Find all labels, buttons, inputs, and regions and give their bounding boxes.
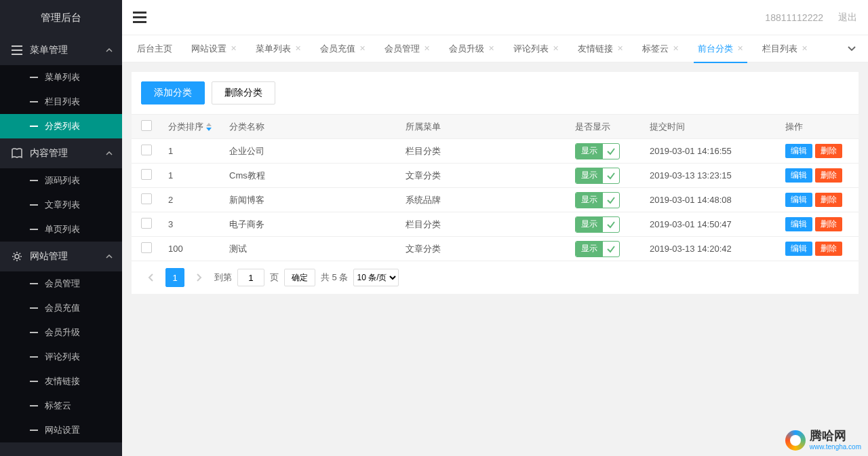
nav-item-label: 网站设置 (45, 424, 80, 436)
close-icon[interactable]: ✕ (424, 44, 430, 53)
svg-rect-4 (133, 12, 146, 14)
tab-8[interactable]: 标签云✕ (633, 35, 688, 62)
cell-sort: 3 (161, 212, 222, 237)
tab-2[interactable]: 菜单列表✕ (246, 35, 311, 62)
close-icon[interactable]: ✕ (359, 44, 366, 53)
nav-item-2-6[interactable]: 网站设置 (0, 418, 122, 442)
tab-label: 会员充值 (320, 43, 355, 55)
nav-item-2-1[interactable]: 会员充值 (0, 296, 122, 320)
visibility-switch[interactable]: 显示 (575, 143, 620, 159)
nav-group-label: 菜单管理 (30, 44, 68, 56)
nav-item-label: 源码列表 (45, 174, 80, 187)
nav-group-1[interactable]: 内容管理 (0, 138, 122, 168)
edit-button[interactable]: 编辑 (785, 168, 812, 183)
next-page-button[interactable] (190, 268, 209, 287)
nav-item-2-4[interactable]: 友情链接 (0, 369, 122, 394)
nav-item-0-0[interactable]: 菜单列表 (0, 65, 122, 90)
page-number-1[interactable]: 1 (165, 268, 184, 287)
dash-icon (30, 430, 38, 431)
close-icon[interactable]: ✕ (231, 44, 237, 53)
edit-button[interactable]: 编辑 (785, 193, 812, 207)
delete-button[interactable]: 删除 (815, 193, 842, 207)
nav-item-0-2[interactable]: 分类列表 (0, 114, 122, 138)
visibility-switch[interactable]: 显示 (575, 241, 620, 257)
tab-9[interactable]: 前台分类✕ (688, 35, 753, 62)
delete-button[interactable]: 删除 (815, 242, 842, 256)
close-icon[interactable]: ✕ (488, 44, 494, 53)
row-checkbox[interactable] (141, 145, 152, 155)
delete-button[interactable]: 删除 (815, 168, 842, 183)
nav-item-1-1[interactable]: 文章列表 (0, 193, 122, 217)
tabs-more-button[interactable] (841, 46, 863, 52)
delete-button[interactable]: 删除 (815, 217, 842, 231)
tab-7[interactable]: 友情链接✕ (568, 35, 633, 62)
hamburger-icon[interactable] (133, 12, 146, 24)
tab-3[interactable]: 会员充值✕ (311, 35, 375, 62)
visibility-switch[interactable]: 显示 (575, 216, 620, 233)
category-table: 分类排序 分类名称 所属菜单 是否显示 提交时间 操作 1 企业公司 栏目分类 … (132, 114, 859, 261)
row-checkbox[interactable] (141, 218, 152, 229)
close-icon[interactable]: ✕ (802, 44, 808, 53)
visibility-switch[interactable]: 显示 (575, 168, 620, 184)
page-size-select[interactable]: 10 条/页 (353, 269, 399, 286)
nav-group-label: 内容管理 (30, 147, 68, 159)
logout-button[interactable]: 退出 (838, 12, 857, 24)
dash-icon (30, 101, 38, 102)
tab-0[interactable]: 后台主页 (127, 35, 182, 62)
tab-4[interactable]: 会员管理✕ (375, 35, 439, 62)
tab-10[interactable]: 栏目列表✕ (753, 35, 817, 62)
close-icon[interactable]: ✕ (553, 44, 559, 53)
delete-category-button[interactable]: 删除分类 (212, 81, 275, 104)
tab-5[interactable]: 会员升级✕ (439, 35, 504, 62)
table-row: 100 测试 文章分类 显示 2019-03-13 14:20:42 编辑删除 (132, 237, 859, 261)
app-logo: 管理后台 (0, 0, 122, 35)
total-count: 共 5 条 (321, 271, 348, 284)
cell-name: 电子商务 (222, 212, 399, 237)
nav-item-label: 分类列表 (45, 120, 80, 132)
nav-item-2-5[interactable]: 标签云 (0, 394, 122, 418)
close-icon[interactable]: ✕ (737, 44, 743, 53)
cell-sort: 1 (161, 164, 222, 188)
tab-1[interactable]: 网站设置✕ (182, 35, 246, 62)
page-suffix: 页 (270, 271, 279, 284)
close-icon[interactable]: ✕ (673, 44, 679, 53)
nav-item-2-0[interactable]: 会员管理 (0, 271, 122, 296)
user-phone[interactable]: 18811112222 (765, 12, 823, 23)
nav-item-1-0[interactable]: 源码列表 (0, 168, 122, 193)
select-all-checkbox[interactable] (141, 120, 152, 131)
edit-button[interactable]: 编辑 (785, 242, 812, 256)
delete-button[interactable]: 删除 (815, 144, 842, 158)
row-checkbox[interactable] (141, 169, 152, 180)
tab-label: 友情链接 (578, 43, 613, 55)
goto-confirm-button[interactable]: 确定 (284, 269, 315, 286)
nav-item-1-2[interactable]: 单页列表 (0, 217, 122, 242)
close-icon[interactable]: ✕ (617, 44, 623, 53)
table-row: 2 新闻博客 系统品牌 显示 2019-03-01 14:48:08 编辑删除 (132, 188, 859, 212)
nav-item-label: 会员充值 (45, 302, 80, 314)
close-icon[interactable]: ✕ (295, 44, 301, 53)
nav-group-0[interactable]: 菜单管理 (0, 35, 122, 65)
nav-item-2-2[interactable]: 会员升级 (0, 320, 122, 345)
cell-name: 测试 (222, 237, 399, 261)
col-header-sort[interactable]: 分类排序 (161, 115, 222, 139)
add-category-button[interactable]: 添加分类 (141, 81, 205, 104)
tab-6[interactable]: 评论列表✕ (504, 35, 568, 62)
svg-rect-5 (133, 16, 146, 18)
dash-icon (30, 283, 38, 284)
goto-page-input[interactable] (237, 269, 264, 286)
switch-label: 显示 (576, 168, 603, 183)
tab-label: 评论列表 (513, 43, 549, 55)
cell-sort: 100 (161, 237, 222, 261)
nav-item-0-1[interactable]: 栏目列表 (0, 90, 122, 114)
tab-label: 栏目列表 (762, 43, 797, 55)
prev-page-button[interactable] (141, 268, 160, 287)
visibility-switch[interactable]: 显示 (575, 192, 620, 208)
tab-label: 后台主页 (137, 43, 172, 55)
edit-button[interactable]: 编辑 (785, 217, 812, 231)
row-checkbox[interactable] (141, 242, 152, 253)
edit-button[interactable]: 编辑 (785, 144, 812, 158)
nav-group-2[interactable]: 网站管理 (0, 242, 122, 271)
row-checkbox[interactable] (141, 193, 152, 204)
nav-item-2-3[interactable]: 评论列表 (0, 345, 122, 369)
dash-icon (30, 381, 38, 382)
